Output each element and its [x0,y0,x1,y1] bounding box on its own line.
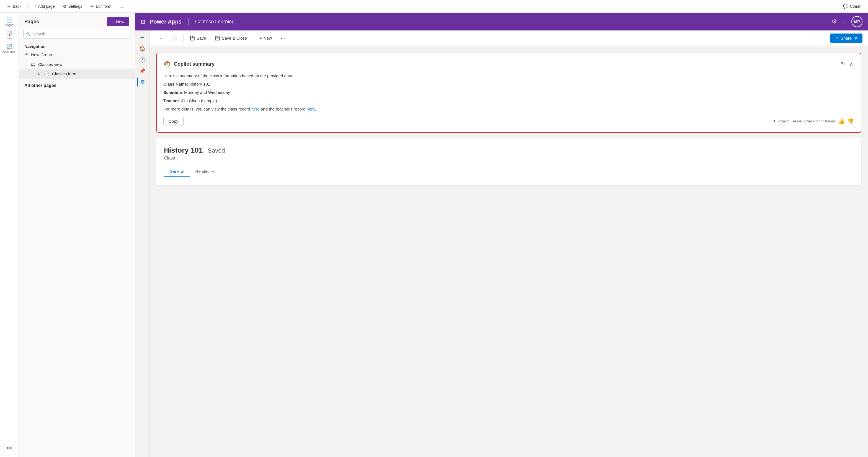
app-grid-icon[interactable]: ⊞ [141,18,145,25]
save-label: Save [196,36,206,40]
toolbar-more-button[interactable]: ⋯ [277,34,289,42]
edit-icon: ✏ [91,4,94,9]
edit-form-button[interactable]: ✏ Edit form [88,3,114,10]
chevron-down-icon: ∨ [212,170,214,174]
nav-icons-strip: ☰ 🏠 🕐 📌 ⚙ [135,30,150,457]
sidebar-item-automation[interactable]: 🔄 Automation [3,42,16,54]
save-button[interactable]: 💾 Save [186,34,210,42]
nav-menu-btn[interactable]: ☰ [137,33,147,43]
thumbs-down-button[interactable]: 👎 [847,118,854,125]
app-header: ⊞ Power Apps Contoso Learning ⚙ ⋮ MP [135,13,868,30]
copilot-teacher: Teacher: Jim Glynn (sample) [163,97,854,104]
left-icon-sidebar: 📄 Pages 📊 Data 🔄 Automation ••• [0,13,19,457]
record-tabs: General Related ∨ [164,166,854,177]
here2-link[interactable]: here [307,106,315,111]
disclaimer-text: Copilot uses AI. Check for mistakes. [778,119,836,123]
automation-icon: 🔄 [6,43,12,50]
avatar-initials: MP [854,20,860,24]
toolbar-divider-1 [183,34,184,42]
copilot-disclaimer: ✦ Copilot uses AI. Check for mistakes. 👍… [773,118,854,125]
add-page-button[interactable]: + Add page [32,3,57,10]
nav-history-btn[interactable]: 🕐 [137,55,147,65]
home-icon: 🏠 [139,46,145,52]
plus-icon: + [34,4,36,9]
sidebar-more-btn[interactable]: ••• [3,442,16,454]
new-record-button[interactable]: + New [255,34,276,42]
settings-button[interactable]: ⚙ Settings [61,3,85,10]
copilot-title: Copilot summary [174,61,215,67]
comment-icon: 💬 [843,4,848,9]
pages-title: Pages [24,19,39,25]
sidebar-automation-label: Automation [2,50,16,53]
pin-icon: 📌 [139,68,145,74]
copilot-header-actions: ↻ ∧ [840,60,854,68]
more-topbar-button[interactable]: ... [117,3,125,10]
spark-icon: ✦ [773,119,776,124]
sidebar-item-pages[interactable]: 📄 Pages [3,16,16,28]
edit-form-label: Edit form [96,4,111,8]
other-pages-title: All other pages [19,79,135,90]
share-button[interactable]: ↗ Share ∨ [830,33,863,43]
copy-label: Copy [168,119,178,124]
nav-settings-btn[interactable]: ⚙ [137,77,147,87]
copilot-logo [163,60,171,68]
more-topbar-label: ... [120,4,123,8]
copilot-card-header: Copilot summary ↻ ∧ [163,60,854,68]
header-more-icon[interactable]: ⋮ [841,18,847,25]
tab-general-label: General [169,169,184,174]
settings-icon: ⚙ [63,4,66,9]
record-card: History 101 - Saved Class General Relate… [156,138,861,185]
new-group-label: New Group [31,52,52,57]
new-btn-label: New [116,20,124,24]
avatar[interactable]: MP [851,16,863,27]
search-input[interactable] [23,30,130,38]
save-close-button[interactable]: 💾 Save & Close [211,34,251,42]
back-form-button[interactable]: ← [155,34,167,42]
back-button[interactable]: ← Back [4,3,24,10]
document-icon: 📄 [172,36,177,41]
history-icon: 🕐 [139,57,145,63]
new-page-button[interactable]: + New [107,17,129,26]
classes-form-icon: 📄 [44,71,49,77]
save-close-icon: 💾 [215,36,220,41]
header-gear-icon[interactable]: ⚙ [832,18,837,25]
tab-related[interactable]: Related ∨ [190,166,220,177]
copilot-footer: Copy ✦ Copilot uses AI. Check for mistak… [163,117,854,125]
new-icon: + [259,36,262,40]
new-label: New [264,36,272,40]
settings-label: Settings [68,4,82,8]
nav-item-classes-view[interactable]: 🗃 Classes view [19,60,135,69]
toolbar-divider-2 [253,34,253,42]
thumbs-down-icon: 👎 [847,118,854,124]
copilot-intro: Here's a summary of the class informatio… [163,72,854,79]
new-plus-icon: + [112,20,114,24]
classes-view-icon: 🗃 [31,62,35,67]
nav-item-classes-form[interactable]: ↳ 📄 Classes form [19,69,135,79]
menu-icon: ☰ [140,35,145,41]
back-form-icon: ← [159,36,163,40]
nav-pin-btn[interactable]: 📌 [137,66,147,76]
copy-button[interactable]: Copy [163,117,184,125]
here1-link[interactable]: here [251,106,260,111]
copilot-collapse-button[interactable]: ∧ [848,60,854,68]
nav-home-btn[interactable]: 🏠 [137,44,147,54]
tab-general[interactable]: General [164,166,190,177]
copilot-details: For more details, you can view the class… [163,106,854,113]
pages-header: Pages + New [19,13,135,30]
indent-icon: ↳ [38,72,41,76]
header-right: ⚙ ⋮ MP [832,16,863,27]
nav-section-title: Navigation [19,42,135,50]
form-content: Copilot summary ↻ ∧ [150,46,868,457]
sidebar-item-data[interactable]: 📊 Data [3,29,16,41]
nav-item-new-group[interactable]: ☰ New Group [19,50,135,60]
search-box: 🔍 [23,30,130,38]
copilot-refresh-button[interactable]: ↻ [840,60,846,68]
document-button[interactable]: 📄 [168,34,181,42]
comm-label: Comm [850,4,861,8]
collapse-icon: ∧ [849,61,853,67]
app-name: Power Apps [150,19,182,25]
thumbs-up-icon: 👍 [838,118,845,124]
thumbs-up-button[interactable]: 👍 [838,118,845,125]
comm-button[interactable]: 💬 Comm [841,3,864,10]
search-icon: 🔍 [26,32,31,36]
